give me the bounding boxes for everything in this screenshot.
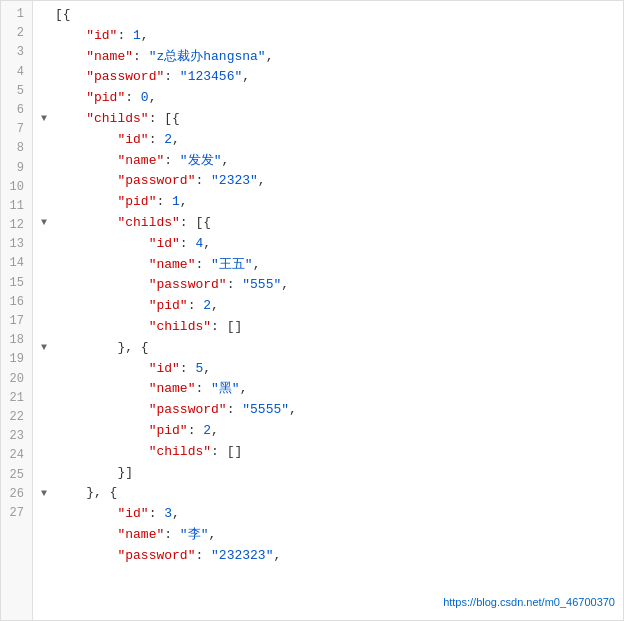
code-line: "name": "王五",	[41, 255, 615, 276]
code-line: "childs": []	[41, 317, 615, 338]
code-text: "id": 4,	[55, 234, 615, 255]
code-line: "pid": 2,	[41, 421, 615, 442]
code-area: 1234567891011121314151617181920212223242…	[1, 1, 623, 620]
code-line: "id": 1,	[41, 26, 615, 47]
code-line: "name": "z总裁办hangsna",	[41, 47, 615, 68]
toggle-arrow[interactable]	[41, 486, 53, 502]
code-line: "password": "2323",	[41, 171, 615, 192]
line-number: 10	[5, 178, 24, 197]
toggle-arrow[interactable]	[41, 111, 53, 127]
line-number: 14	[5, 254, 24, 273]
code-line: "name": "黑",	[41, 379, 615, 400]
line-number: 24	[5, 446, 24, 465]
code-line: "pid": 2,	[41, 296, 615, 317]
line-number: 27	[5, 504, 24, 523]
line-number: 25	[5, 466, 24, 485]
code-line: }, {	[41, 483, 615, 504]
line-number: 18	[5, 331, 24, 350]
code-text: "name": "李",	[55, 525, 615, 546]
code-line: "pid": 1,	[41, 192, 615, 213]
code-text: "password": "123456",	[55, 67, 615, 88]
code-line: "id": 5,	[41, 359, 615, 380]
code-text: "pid": 2,	[55, 421, 615, 442]
line-number: 21	[5, 389, 24, 408]
line-number: 6	[5, 101, 24, 120]
code-text: "pid": 0,	[55, 88, 615, 109]
watermark: https://blog.csdn.net/m0_46700370	[443, 594, 615, 612]
code-line: [{	[41, 5, 615, 26]
code-line: "password": "123456",	[41, 67, 615, 88]
line-number: 12	[5, 216, 24, 235]
code-line: "password": "5555",	[41, 400, 615, 421]
code-line: "name": "李",	[41, 525, 615, 546]
line-number: 26	[5, 485, 24, 504]
code-text: "name": "王五",	[55, 255, 615, 276]
code-text: "password": "2323",	[55, 171, 615, 192]
code-text: "name": "黑",	[55, 379, 615, 400]
line-number: 20	[5, 370, 24, 389]
code-text: "pid": 2,	[55, 296, 615, 317]
line-numbers: 1234567891011121314151617181920212223242…	[1, 1, 33, 620]
code-text: "pid": 1,	[55, 192, 615, 213]
line-number: 9	[5, 159, 24, 178]
code-line: "id": 2,	[41, 130, 615, 151]
code-text: "password": "5555",	[55, 400, 615, 421]
toggle-arrow[interactable]	[41, 340, 53, 356]
line-number: 4	[5, 63, 24, 82]
code-line: "name": "发发",	[41, 151, 615, 172]
line-number: 3	[5, 43, 24, 62]
code-line: "password": "555",	[41, 275, 615, 296]
code-text: "childs": []	[55, 442, 615, 463]
line-number: 11	[5, 197, 24, 216]
code-text: "password": "232323",	[55, 546, 615, 567]
code-line: }, {	[41, 338, 615, 359]
code-text: "name": "发发",	[55, 151, 615, 172]
code-content: [{ "id": 1, "name": "z总裁办hangsna", "pass…	[33, 1, 623, 620]
line-number: 23	[5, 427, 24, 446]
code-line: "childs": [{	[41, 213, 615, 234]
line-number: 17	[5, 312, 24, 331]
code-text: "id": 1,	[55, 26, 615, 47]
code-text: }, {	[55, 338, 615, 359]
code-line: "childs": [{	[41, 109, 615, 130]
code-text: "id": 3,	[55, 504, 615, 525]
code-text: "childs": [{	[55, 109, 615, 130]
code-line: "pid": 0,	[41, 88, 615, 109]
line-number: 13	[5, 235, 24, 254]
code-text: "childs": [{	[55, 213, 615, 234]
code-text: }]	[55, 463, 615, 484]
code-line: "childs": []	[41, 442, 615, 463]
code-text: "id": 5,	[55, 359, 615, 380]
code-line: "id": 4,	[41, 234, 615, 255]
line-number: 2	[5, 24, 24, 43]
code-text: }, {	[55, 483, 615, 504]
code-text: "name": "z总裁办hangsna",	[55, 47, 615, 68]
line-number: 16	[5, 293, 24, 312]
line-number: 5	[5, 82, 24, 101]
line-number: 7	[5, 120, 24, 139]
line-number: 1	[5, 5, 24, 24]
editor-container: 1234567891011121314151617181920212223242…	[0, 0, 624, 621]
code-text: "password": "555",	[55, 275, 615, 296]
code-text: "id": 2,	[55, 130, 615, 151]
code-text: [{	[55, 5, 615, 26]
line-number: 22	[5, 408, 24, 427]
line-number: 19	[5, 350, 24, 369]
code-line: "password": "232323",	[41, 546, 615, 567]
line-number: 15	[5, 274, 24, 293]
code-line: "id": 3,	[41, 504, 615, 525]
code-text: "childs": []	[55, 317, 615, 338]
toggle-arrow[interactable]	[41, 215, 53, 231]
code-line: }]	[41, 463, 615, 484]
line-number: 8	[5, 139, 24, 158]
